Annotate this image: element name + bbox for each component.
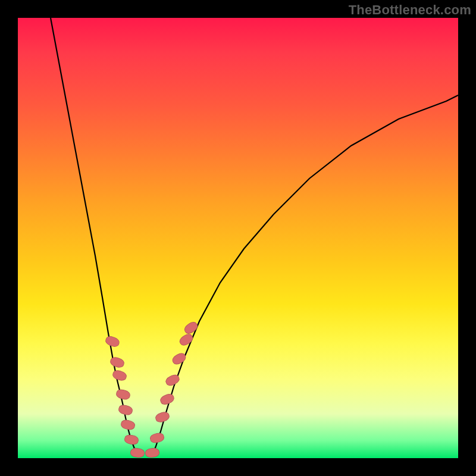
curve-layer xyxy=(18,18,458,458)
right-branch-curve xyxy=(152,95,458,457)
chart-frame: TheBottleneck.com xyxy=(0,0,476,476)
plot-area xyxy=(18,18,458,458)
watermark-text: TheBottleneck.com xyxy=(349,2,471,18)
